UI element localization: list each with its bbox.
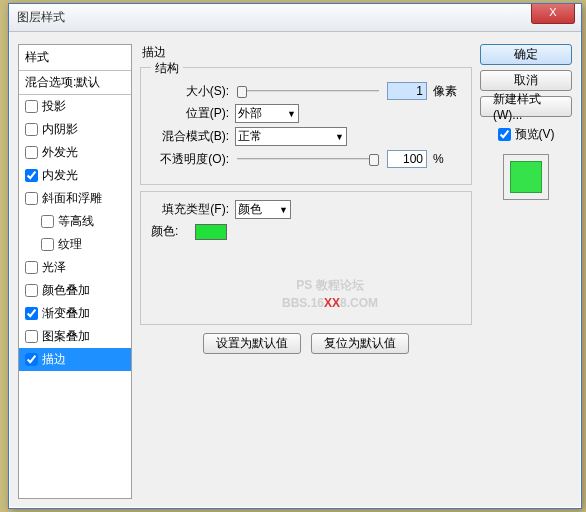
- blend-mode-label: 混合模式(B):: [151, 128, 229, 145]
- styles-item[interactable]: 渐变叠加: [19, 302, 131, 325]
- styles-item[interactable]: 内发光: [19, 164, 131, 187]
- styles-item[interactable]: 混合选项:默认: [19, 71, 131, 95]
- styles-panel: 样式 混合选项:默认投影内阴影外发光内发光斜面和浮雕等高线纹理光泽颜色叠加渐变叠…: [18, 44, 132, 499]
- position-label: 位置(P):: [151, 105, 229, 122]
- preview-label: 预览(V): [515, 126, 555, 143]
- style-checkbox[interactable]: [41, 215, 54, 228]
- style-label: 斜面和浮雕: [42, 190, 102, 207]
- style-checkbox[interactable]: [25, 353, 38, 366]
- center-panel: 描边 结构 大小(S): 像素 位置(P): 外部 ▼: [140, 44, 472, 499]
- stroke-color-swatch[interactable]: [195, 224, 227, 240]
- style-label: 投影: [42, 98, 66, 115]
- reset-default-button[interactable]: 复位为默认值: [311, 333, 409, 354]
- styles-header: 样式: [19, 45, 131, 71]
- close-button[interactable]: X: [531, 4, 575, 24]
- preview-box: [503, 154, 549, 200]
- styles-item[interactable]: 斜面和浮雕: [19, 187, 131, 210]
- right-column: 确定 取消 新建样式(W)... 预览(V): [480, 44, 572, 499]
- opacity-input[interactable]: [387, 150, 427, 168]
- style-label: 内阴影: [42, 121, 78, 138]
- style-checkbox[interactable]: [25, 284, 38, 297]
- style-label: 等高线: [58, 213, 94, 230]
- style-checkbox[interactable]: [25, 146, 38, 159]
- preview-swatch: [510, 161, 542, 193]
- chevron-down-icon: ▼: [287, 109, 296, 119]
- style-checkbox[interactable]: [41, 238, 54, 251]
- style-label: 图案叠加: [42, 328, 90, 345]
- layer-style-dialog: 图层样式 X 样式 混合选项:默认投影内阴影外发光内发光斜面和浮雕等高线纹理光泽…: [8, 3, 582, 509]
- size-input[interactable]: [387, 82, 427, 100]
- style-label: 渐变叠加: [42, 305, 90, 322]
- size-slider-thumb[interactable]: [237, 86, 247, 98]
- style-label: 描边: [42, 351, 66, 368]
- style-label: 颜色叠加: [42, 282, 90, 299]
- fill-type-label: 填充类型(F):: [151, 201, 229, 218]
- style-checkbox[interactable]: [25, 192, 38, 205]
- size-slider[interactable]: [237, 90, 379, 92]
- styles-item[interactable]: 等高线: [19, 210, 131, 233]
- style-checkbox[interactable]: [25, 100, 38, 113]
- fill-fieldset: 填充类型(F): 颜色 ▼ 颜色:: [140, 191, 472, 325]
- styles-item[interactable]: 投影: [19, 95, 131, 118]
- size-label: 大小(S):: [151, 83, 229, 100]
- style-checkbox[interactable]: [25, 330, 38, 343]
- style-checkbox[interactable]: [25, 123, 38, 136]
- style-label: 光泽: [42, 259, 66, 276]
- styles-item[interactable]: 颜色叠加: [19, 279, 131, 302]
- opacity-unit: %: [433, 152, 461, 166]
- color-label: 颜色:: [151, 223, 189, 240]
- style-label: 混合选项:默认: [25, 74, 100, 91]
- structure-fieldset: 结构 大小(S): 像素 位置(P): 外部 ▼: [140, 67, 472, 185]
- styles-item[interactable]: 内阴影: [19, 118, 131, 141]
- opacity-slider[interactable]: [237, 158, 379, 160]
- opacity-slider-thumb[interactable]: [369, 154, 379, 166]
- styles-item[interactable]: 纹理: [19, 233, 131, 256]
- styles-item[interactable]: 光泽: [19, 256, 131, 279]
- styles-item[interactable]: 外发光: [19, 141, 131, 164]
- chevron-down-icon: ▼: [279, 205, 288, 215]
- styles-item[interactable]: 图案叠加: [19, 325, 131, 348]
- set-default-button[interactable]: 设置为默认值: [203, 333, 301, 354]
- section-title: 描边: [140, 44, 472, 61]
- style-label: 内发光: [42, 167, 78, 184]
- chevron-down-icon: ▼: [335, 132, 344, 142]
- style-label: 外发光: [42, 144, 78, 161]
- style-label: 纹理: [58, 236, 82, 253]
- style-checkbox[interactable]: [25, 261, 38, 274]
- dialog-body: 样式 混合选项:默认投影内阴影外发光内发光斜面和浮雕等高线纹理光泽颜色叠加渐变叠…: [9, 32, 581, 508]
- blend-mode-select[interactable]: 正常 ▼: [235, 127, 347, 146]
- position-select[interactable]: 外部 ▼: [235, 104, 299, 123]
- preview-checkbox[interactable]: [498, 128, 511, 141]
- ok-button[interactable]: 确定: [480, 44, 572, 65]
- structure-legend: 结构: [151, 60, 183, 77]
- styles-item[interactable]: 描边: [19, 348, 131, 371]
- titlebar[interactable]: 图层样式 X: [9, 4, 581, 32]
- cancel-button[interactable]: 取消: [480, 70, 572, 91]
- new-style-button[interactable]: 新建样式(W)...: [480, 96, 572, 117]
- size-unit: 像素: [433, 83, 461, 100]
- style-checkbox[interactable]: [25, 169, 38, 182]
- styles-list: 混合选项:默认投影内阴影外发光内发光斜面和浮雕等高线纹理光泽颜色叠加渐变叠加图案…: [19, 71, 131, 498]
- window-title: 图层样式: [17, 9, 65, 26]
- style-checkbox[interactable]: [25, 307, 38, 320]
- opacity-label: 不透明度(O):: [151, 151, 229, 168]
- fill-type-select[interactable]: 颜色 ▼: [235, 200, 291, 219]
